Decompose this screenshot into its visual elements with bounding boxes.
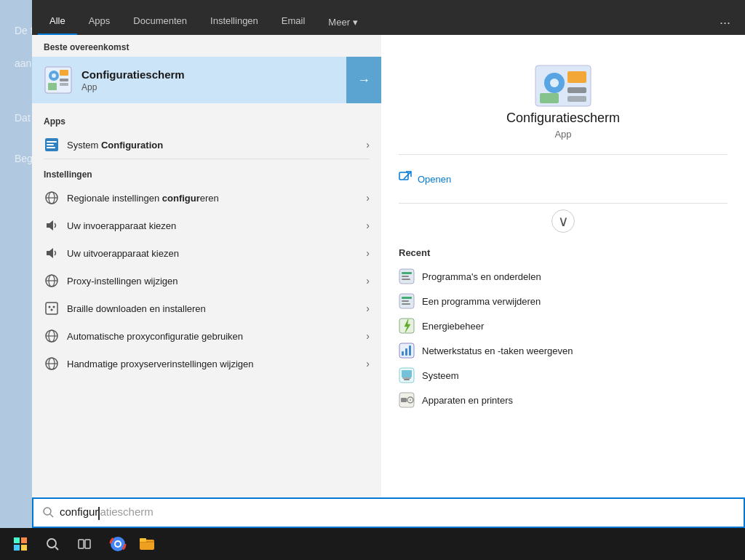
braille-text: Braille downloaden en installeren (67, 303, 366, 314)
recent-item-verwijderen[interactable]: Een programma verwijderen (399, 289, 728, 313)
proxy-instellingen-text: Proxy-instellingen wijzigen (67, 276, 366, 287)
svg-rect-64 (21, 545, 27, 551)
best-match-text: Configuratiescherm App (81, 68, 370, 92)
svg-line-66 (55, 547, 58, 550)
invoerapparaat-item[interactable]: Uw invoerapparaat kiezen › (32, 212, 381, 239)
programmas-icon (399, 268, 415, 284)
globe-icon-4 (44, 356, 60, 372)
recent-item-apparaten[interactable]: Apparaten en printers (399, 388, 728, 412)
taskbar-task-view[interactable] (70, 529, 99, 559)
taskbar (0, 528, 745, 560)
svg-point-59 (44, 508, 51, 515)
svg-rect-63 (14, 545, 20, 551)
recent-item-systeem[interactable]: Systeem (399, 363, 728, 388)
best-match-subtitle: App (81, 82, 370, 92)
recent-item-programmas[interactable]: Programma's en onderdelen (399, 264, 728, 289)
control-panel-icon (44, 65, 73, 95)
chrome-icon (109, 535, 127, 553)
braille-item[interactable]: Braille downloaden en installeren › (32, 295, 381, 322)
handmatig-proxy-text: Handmatige proxyserverinstellingen wijzi… (67, 359, 366, 369)
taskbar-search-button[interactable] (38, 529, 67, 559)
tab-meer[interactable]: Meer ▾ (316, 9, 370, 35)
svg-point-21 (53, 306, 55, 308)
right-actions: Openen (399, 155, 728, 204)
svg-rect-35 (540, 93, 559, 103)
search-typed-text: configur (60, 505, 98, 518)
best-match-item[interactable]: Configuratiescherm App → (32, 57, 381, 103)
svg-rect-10 (47, 147, 55, 148)
svg-rect-74 (140, 538, 146, 542)
regionale-instellingen-item[interactable]: Regionale instellingen configureren › (32, 184, 381, 212)
expand-button[interactable]: ∨ (399, 204, 728, 239)
recent-item-verwijderen-label: Een programma verwijderen (422, 296, 541, 307)
open-button[interactable]: Openen (399, 167, 728, 191)
svg-rect-54 (402, 377, 411, 379)
proxy-instellingen-item[interactable]: Proxy-instellingen wijzigen › (32, 267, 381, 295)
auto-proxy-chevron-icon: › (366, 330, 370, 342)
search-bar[interactable]: configuratiescherm (32, 497, 745, 528)
svg-rect-68 (85, 540, 90, 548)
search-input[interactable]: configuratiescherm (60, 505, 735, 519)
right-app-type: App (554, 129, 571, 140)
taskbar-search-icon (46, 537, 59, 551)
recent-section: Recent Programma's en onderdelen (399, 239, 728, 421)
best-match-arrow[interactable]: → (346, 57, 381, 103)
volume-icon-2 (44, 245, 60, 261)
file-explorer-icon (138, 535, 156, 553)
svg-rect-33 (567, 87, 586, 93)
recent-item-programmas-label: Programma's en onderdelen (422, 271, 541, 282)
svg-rect-39 (402, 272, 412, 274)
svg-rect-41 (402, 279, 410, 280)
search-icon (42, 506, 54, 520)
recent-item-netwerkstatus[interactable]: Netwerkstatus en -taken weergeven (399, 338, 728, 363)
svg-rect-53 (404, 379, 410, 380)
recent-item-energiebeheer-label: Energiebeheer (422, 321, 484, 332)
uitvoerapparaat-item[interactable]: Uw uitvoerapparaat kiezen › (32, 239, 381, 267)
right-app-header: Configuratiescherm App (399, 49, 728, 155)
svg-rect-44 (402, 300, 409, 302)
svg-point-72 (116, 542, 120, 546)
braille-chevron-icon: › (366, 303, 370, 314)
svg-rect-9 (47, 144, 54, 145)
apps-section-label: Apps (32, 109, 381, 131)
svg-marker-15 (47, 248, 53, 258)
start-button[interactable] (6, 529, 35, 559)
svg-rect-52 (402, 370, 412, 377)
recent-item-energiebeheer[interactable]: Energiebeheer (399, 313, 728, 338)
tab-email[interactable]: Email (270, 8, 317, 35)
windows-logo-icon (13, 537, 28, 551)
svg-point-2 (52, 73, 56, 78)
left-panel: Beste overeenkomst C (32, 35, 381, 528)
svg-rect-50 (409, 345, 411, 356)
svg-rect-19 (46, 303, 57, 314)
system-config-icon (44, 137, 60, 153)
regionale-chevron-icon: › (366, 192, 370, 204)
taskview-icon (78, 537, 91, 551)
system-config-item[interactable]: System Configuration › (32, 131, 381, 159)
tab-alle[interactable]: Alle (38, 8, 77, 35)
tab-documenten[interactable]: Documenten (121, 8, 199, 35)
globe-icon-3 (44, 328, 60, 344)
search-overlay: Alle Apps Documenten Instellingen Email … (32, 0, 745, 528)
chevron-down-icon: ∨ (551, 209, 575, 233)
system-config-chevron-icon: › (366, 139, 370, 151)
svg-rect-8 (47, 141, 57, 143)
search-body: Beste overeenkomst C (32, 35, 745, 528)
svg-rect-3 (60, 70, 68, 76)
best-match-label: Beste overeenkomst (32, 35, 381, 57)
auto-proxy-item[interactable]: Automatische proxyconfiguratie gebruiken… (32, 322, 381, 350)
handmatig-proxy-item[interactable]: Handmatige proxyserverinstellingen wijzi… (32, 350, 381, 377)
search-tabs: Alle Apps Documenten Instellingen Email … (32, 0, 745, 35)
taskbar-chrome[interactable] (105, 531, 131, 557)
svg-rect-56 (401, 398, 407, 402)
svg-rect-34 (567, 96, 586, 102)
handmatig-proxy-chevron-icon: › (366, 358, 370, 369)
best-match-title: Configuratiescherm (81, 68, 370, 81)
apparaten-icon (399, 392, 415, 408)
tab-more-options[interactable]: ... (711, 5, 739, 35)
regionale-instellingen-text: Regionale instellingen configureren (67, 193, 366, 204)
tab-apps[interactable]: Apps (77, 8, 122, 35)
svg-rect-40 (402, 276, 409, 277)
taskbar-explorer[interactable] (134, 531, 160, 557)
tab-instellingen[interactable]: Instellingen (199, 8, 270, 35)
